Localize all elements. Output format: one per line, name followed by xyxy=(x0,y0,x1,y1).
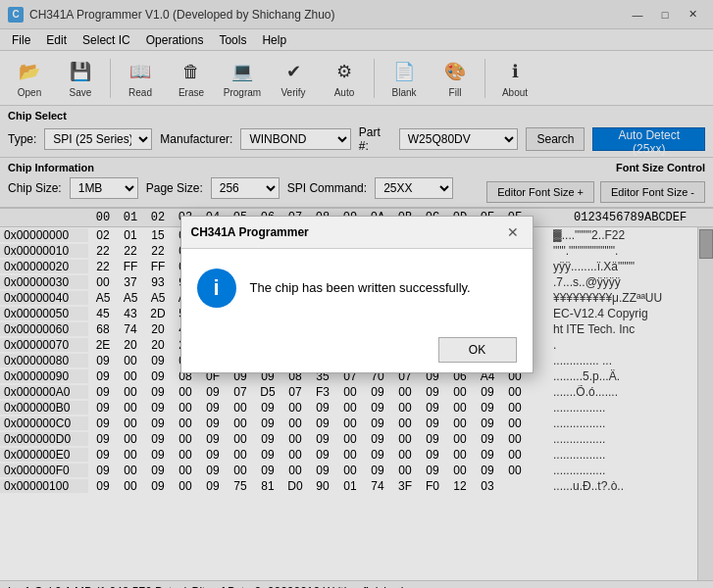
dialog: CH341A Programmer ✕ i The chip has been … xyxy=(180,216,534,373)
dialog-overlay: CH341A Programmer ✕ i The chip has been … xyxy=(0,0,713,588)
dialog-message: The chip has been written successfully. xyxy=(250,280,471,295)
dialog-body: i The chip has been written successfully… xyxy=(181,249,533,327)
dialog-info-icon: i xyxy=(197,269,236,308)
dialog-footer: OK xyxy=(181,327,533,372)
dialog-title-bar: CH341A Programmer ✕ xyxy=(181,217,533,249)
dialog-close-button[interactable]: ✕ xyxy=(503,222,523,242)
dialog-title-text: CH341A Programmer xyxy=(191,225,309,239)
dialog-ok-button[interactable]: OK xyxy=(438,337,517,363)
